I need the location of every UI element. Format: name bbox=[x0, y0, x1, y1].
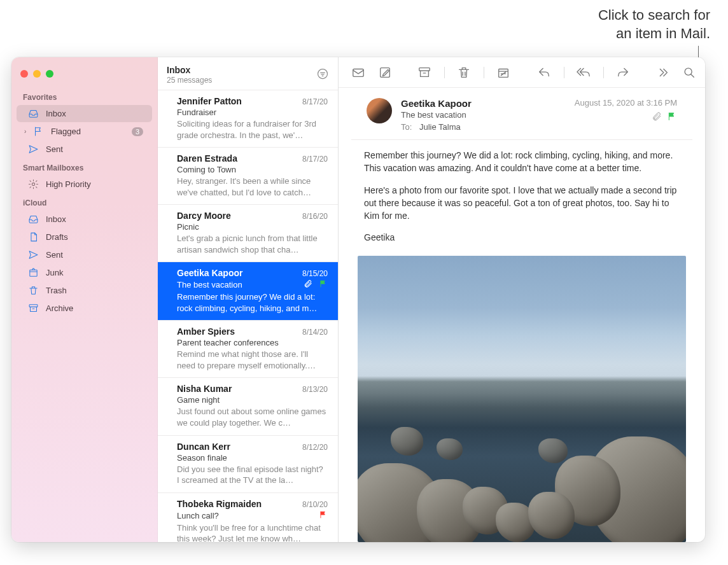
inbox-icon bbox=[27, 214, 39, 225]
message-item[interactable]: Duncan Kerr8/12/20Season finaleDid you s… bbox=[158, 436, 338, 493]
body-paragraph: Here's a photo from our favorite spot. I… bbox=[364, 184, 680, 223]
message-item[interactable]: Amber Spiers8/14/20Parent teacher confer… bbox=[158, 321, 338, 378]
attached-photo bbox=[358, 256, 686, 542]
message-sender: Daren Estrada bbox=[177, 153, 302, 164]
svg-rect-1 bbox=[29, 270, 36, 276]
message-sender: Geetika Kapoor bbox=[177, 268, 302, 278]
sidebar-item-junk[interactable]: Junk bbox=[17, 264, 152, 281]
svg-rect-7 bbox=[499, 69, 508, 77]
trash-icon bbox=[27, 285, 39, 296]
sidebar: Favorites Inbox › Flagged 3 Sent Smart M… bbox=[11, 57, 158, 542]
message-date: 8/12/20 bbox=[302, 443, 328, 452]
message-item[interactable]: Thobeka Rigmaiden8/10/20Lunch call?Think… bbox=[158, 493, 338, 542]
inbox-icon bbox=[27, 108, 39, 119]
delete-button[interactable] bbox=[457, 66, 471, 80]
message-list: Inbox 25 messages Jennifer Patton8/17/20… bbox=[158, 57, 339, 542]
message-header: Geetika Kapoor The best vacation To: Jul… bbox=[351, 88, 692, 140]
svg-point-3 bbox=[318, 69, 328, 78]
more-button[interactable] bbox=[655, 66, 669, 80]
sidebar-item-label: Sent bbox=[46, 144, 143, 154]
junk-button[interactable] bbox=[496, 66, 510, 80]
sidebar-item-flagged[interactable]: › Flagged 3 bbox=[17, 123, 152, 140]
message-preview: Soliciting ideas for a fundraiser for 3r… bbox=[177, 118, 328, 141]
message-date: 8/17/20 bbox=[302, 155, 328, 164]
message-subject: Season finale bbox=[177, 453, 328, 463]
sidebar-item-label: Archive bbox=[46, 303, 143, 313]
sidebar-item-drafts[interactable]: Drafts bbox=[17, 228, 152, 246]
sidebar-section-smart: Smart Mailboxes bbox=[11, 158, 157, 175]
message-from: Geetika Kapoor bbox=[401, 98, 566, 109]
message-sender: Duncan Kerr bbox=[177, 442, 302, 452]
sidebar-item-inbox[interactable]: Inbox bbox=[17, 105, 152, 122]
svg-rect-2 bbox=[29, 305, 38, 307]
reply-button[interactable] bbox=[537, 66, 551, 80]
flag-icon[interactable] bbox=[667, 111, 677, 123]
message-preview: Did you see the final episode last night… bbox=[177, 464, 328, 486]
sidebar-item-label: High Priority bbox=[46, 179, 143, 189]
sidebar-item-trash[interactable]: Trash bbox=[17, 282, 152, 299]
message-preview: Remember this journey? We did a lot: roc… bbox=[177, 291, 328, 314]
message-preview: Think you'll be free for a lunchtime cha… bbox=[177, 522, 328, 542]
minimize-window-button[interactable] bbox=[33, 70, 41, 78]
message-preview: Let's grab a picnic lunch from that litt… bbox=[177, 233, 328, 255]
reply-all-button[interactable] bbox=[577, 66, 591, 80]
flagged-count-badge: 3 bbox=[132, 127, 143, 136]
message-subject: The best vacation bbox=[401, 110, 566, 120]
message-date: 8/15/20 bbox=[302, 269, 328, 278]
close-window-button[interactable] bbox=[20, 70, 28, 78]
sidebar-item-label: Inbox bbox=[46, 214, 143, 224]
sidebar-item-archive[interactable]: Archive bbox=[17, 300, 152, 317]
sidebar-section-icloud: iCloud bbox=[11, 193, 157, 210]
message-subject: Picnic bbox=[177, 222, 328, 232]
junk-icon bbox=[27, 267, 39, 278]
message-subject: Coming to Town bbox=[177, 165, 328, 174]
sidebar-item-label: Trash bbox=[46, 286, 143, 295]
message-item[interactable]: Jennifer Patton8/17/20FundraiserSoliciti… bbox=[158, 90, 338, 148]
svg-rect-6 bbox=[419, 67, 430, 71]
sidebar-item-sent[interactable]: Sent bbox=[17, 141, 152, 158]
sidebar-item-icloud-sent[interactable]: Sent bbox=[17, 246, 152, 263]
get-mail-button[interactable] bbox=[351, 66, 365, 80]
compose-button[interactable] bbox=[378, 66, 392, 80]
forward-button[interactable] bbox=[616, 66, 630, 80]
attachment-icon bbox=[304, 279, 312, 290]
callout-line1: Click to search for bbox=[598, 6, 710, 25]
message-to: To: Julie Talma bbox=[401, 122, 566, 132]
message-item[interactable]: Darcy Moore8/16/20PicnicLet's grab a pic… bbox=[158, 205, 338, 262]
sidebar-item-icloud-inbox[interactable]: Inbox bbox=[17, 211, 152, 228]
avatar bbox=[367, 98, 392, 123]
message-sender: Nisha Kumar bbox=[177, 384, 302, 394]
message-list-items: Jennifer Patton8/17/20FundraiserSoliciti… bbox=[158, 90, 338, 542]
message-reader: Geetika Kapoor The best vacation To: Jul… bbox=[339, 57, 705, 542]
body-paragraph: Remember this journey? We did a lot: roc… bbox=[364, 149, 680, 175]
message-item[interactable]: Geetika Kapoor8/15/20The best vacationRe… bbox=[158, 262, 338, 321]
sidebar-item-label: Junk bbox=[46, 268, 143, 277]
to-label: To: bbox=[401, 122, 412, 132]
sent-icon bbox=[27, 144, 39, 155]
archive-icon bbox=[27, 303, 39, 314]
message-sender: Jennifer Patton bbox=[177, 96, 302, 106]
zoom-window-button[interactable] bbox=[46, 70, 53, 78]
flag-icon bbox=[319, 279, 328, 290]
sidebar-item-high-priority[interactable]: High Priority bbox=[17, 176, 152, 193]
sidebar-item-label: Flagged bbox=[51, 127, 132, 136]
message-subject: Parent teacher conferences bbox=[177, 338, 328, 347]
sent-icon bbox=[27, 249, 39, 260]
archive-button[interactable] bbox=[417, 66, 431, 80]
message-item[interactable]: Nisha Kumar8/13/20Game nightJust found o… bbox=[158, 378, 338, 435]
message-sender: Darcy Moore bbox=[177, 211, 302, 221]
message-list-header: Inbox 25 messages bbox=[158, 57, 338, 90]
toolbar bbox=[339, 57, 705, 88]
filter-button[interactable] bbox=[316, 67, 329, 83]
message-sender: Thobeka Rigmaiden bbox=[177, 499, 302, 509]
message-date: 8/16/20 bbox=[302, 212, 328, 221]
sidebar-section-favorites: Favorites bbox=[11, 88, 157, 104]
svg-point-0 bbox=[32, 183, 34, 185]
search-button[interactable] bbox=[682, 66, 696, 80]
attachment-icon bbox=[652, 111, 662, 123]
sidebar-item-label: Sent bbox=[46, 250, 143, 260]
message-subject: Lunch call? bbox=[177, 510, 328, 521]
sidebar-item-label: Drafts bbox=[46, 232, 143, 242]
message-item[interactable]: Daren Estrada8/17/20Coming to TownHey, s… bbox=[158, 148, 338, 205]
message-date: 8/13/20 bbox=[302, 385, 328, 394]
